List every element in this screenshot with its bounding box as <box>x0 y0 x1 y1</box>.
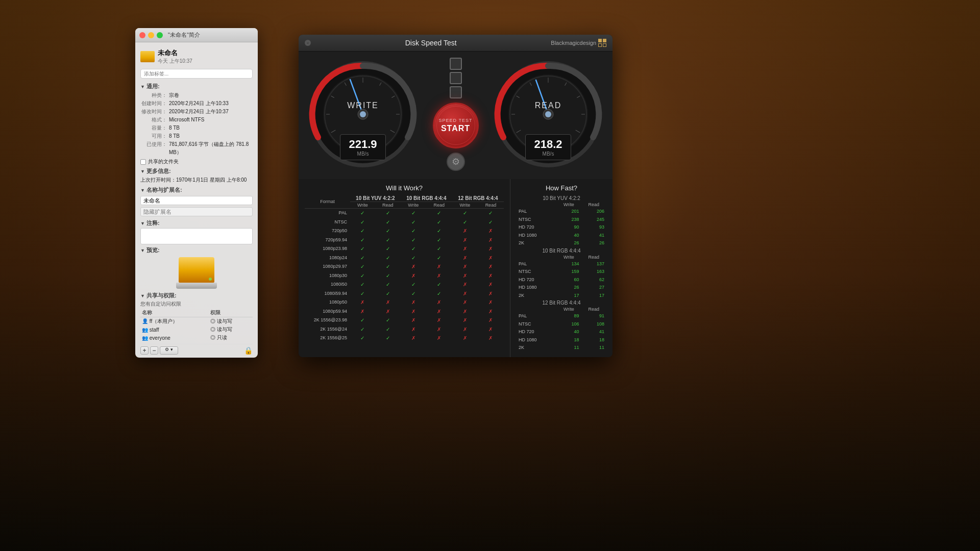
list-item: PAL 134 137 <box>517 260 606 268</box>
more-info-section-header: ▼ 更多信息: <box>140 167 253 175</box>
gauge-area: WRITE 221.9 MB/s SPEED TEST START ⚙ <box>299 52 612 179</box>
info-titlebar: "未命名"简介 <box>135 28 258 42</box>
list-item: NTSC 159 163 <box>517 268 606 276</box>
list-item: HD 720 40 41 <box>517 328 606 336</box>
table-row: 1080p24 ✓ ✓ ✓ ✓ ✗ ✗ <box>305 254 504 263</box>
perm-row-ff: 👤 ff（本用户） ◎ 读与写 <box>140 317 253 326</box>
write-sub-header-3: Write <box>452 202 478 209</box>
hf-read-header-1: Read <box>581 202 606 208</box>
start-button[interactable]: SPEED TEST START <box>433 103 479 148</box>
info-row-capacity: 容量：8 TB <box>140 124 253 132</box>
how-fast-table: 10 Bit YUV 4:2:2 Write Read PAL 201 206 … <box>517 195 606 352</box>
minimize-button[interactable] <box>148 32 154 38</box>
perm-gear-button[interactable]: ⚙ ▾ <box>160 346 178 355</box>
write-value-box: 221.9 MB/s <box>340 134 386 160</box>
write-label: WRITE <box>347 101 379 110</box>
table-row: 720p59.94 ✓ ✓ ✓ ✓ ✗ ✗ <box>305 236 504 245</box>
hf-group-rgb444-12: 12 Bit RGB 4:4:4 <box>517 299 606 306</box>
info-row-modified: 修改时间：2020年2月24日 上午10:37 <box>140 108 253 116</box>
dst-logo: Blackmagicdesign <box>551 39 606 47</box>
will-it-work-table: Format 10 Bit YUV 4:2:2 10 Bit RGB 4:4:4… <box>305 195 504 343</box>
table-row: 1080p23.98 ✓ ✓ ✓ ✓ ✗ ✗ <box>305 244 504 254</box>
comment-box[interactable] <box>140 228 253 244</box>
table-row: NTSC ✓ ✓ ✓ ✓ ✓ ✓ <box>305 218 504 227</box>
remove-perm-button[interactable]: − <box>150 346 158 355</box>
perm-row-everyone: 👥 everyone ◎ 只读 <box>140 334 253 342</box>
write-sub-header-1: Write <box>350 202 375 209</box>
format-square-2[interactable] <box>450 72 462 84</box>
access-text: 您有自定访问权限 <box>140 300 253 308</box>
read-sub-header-3: Read <box>478 202 504 209</box>
svg-point-31 <box>545 111 551 117</box>
format-col-header: Format <box>305 195 350 209</box>
hf-write-header-2: Write <box>556 254 581 260</box>
info-row-format: 格式：Microsoft NTFS <box>140 116 253 124</box>
ext-input[interactable] <box>140 207 253 216</box>
settings-gear-icon[interactable]: ⚙ <box>447 153 465 171</box>
dst-titlebar: × Disk Speed Test Blackmagicdesign <box>299 35 612 52</box>
traffic-lights <box>139 32 163 38</box>
how-fast-title: How Fast? <box>517 184 606 192</box>
list-item: NTSC 106 108 <box>517 320 606 329</box>
perms-footer: + − ⚙ ▾ 🔒 <box>140 344 253 355</box>
list-item: HD 1080 40 41 <box>517 232 606 240</box>
col-header-10bit422: 10 Bit YUV 4:2:2 <box>350 195 401 202</box>
info-row-kind: 种类：宗卷 <box>140 91 253 99</box>
dst-window: × Disk Speed Test Blackmagicdesign <box>299 35 612 357</box>
list-item: 2K 17 17 <box>517 292 606 300</box>
zoom-button[interactable] <box>157 32 163 38</box>
table-row: 2K 1556@24 ✓ ✓ ✗ ✗ ✗ ✗ <box>305 325 504 334</box>
comment-section-header: ▼ 注释: <box>140 219 253 227</box>
write-value: 221.9 <box>348 138 378 151</box>
dst-close-button[interactable]: × <box>305 40 311 46</box>
read-unit: MB/s <box>533 151 564 157</box>
list-item: HD 720 90 93 <box>517 223 606 232</box>
svg-point-15 <box>360 111 366 117</box>
center-controls: SPEED TEST START ⚙ <box>433 58 479 171</box>
name-input[interactable] <box>140 196 253 205</box>
info-window: "未命名"简介 未命名 今天 上午10:37 ▼ 通用: 种类：宗卷 创建时间：… <box>135 28 258 358</box>
write-unit: MB/s <box>348 151 378 157</box>
read-gauge: READ 218.2 MB/s <box>492 58 604 170</box>
table-row: 2K 1556@23.98 ✓ ✓ ✗ ✗ ✗ ✗ <box>305 316 504 325</box>
table-row: 1080i50 ✓ ✓ ✓ ✓ ✗ ✗ <box>305 280 504 289</box>
hf-write-header-1: Write <box>556 202 581 208</box>
last-opened-row: 上次打开时间：1970年1月1日 星期四 上午8:00 <box>140 176 253 184</box>
list-item: 2K 26 26 <box>517 239 606 247</box>
list-item: HD 720 60 62 <box>517 276 606 284</box>
permissions-table: 名称 权限 👤 ff（本用户） ◎ 读与写 👥 staff ◎ 读与写 👥 ev… <box>140 309 253 342</box>
perm-row-staff: 👥 staff ◎ 读与写 <box>140 325 253 334</box>
list-item: PAL 201 206 <box>517 208 606 216</box>
table-row: 1080i59.94 ✓ ✓ ✓ ✓ ✗ ✗ <box>305 289 504 298</box>
format-square-3[interactable] <box>450 86 462 98</box>
info-body: 未命名 今天 上午10:37 ▼ 通用: 种类：宗卷 创建时间：2020年2月2… <box>135 42 258 358</box>
modified-date: 今天 上午10:37 <box>158 58 192 65</box>
shared-folder-checkbox-row: 共享的文件夹 <box>140 158 253 165</box>
close-button[interactable] <box>139 32 145 38</box>
table-row: 720p50 ✓ ✓ ✓ ✓ ✗ ✗ <box>305 227 504 236</box>
how-fast-section: How Fast? 10 Bit YUV 4:2:2 Write Read PA… <box>510 179 612 357</box>
preview-section-header: ▼ 预览: <box>140 246 253 254</box>
lock-icon[interactable]: 🔒 <box>244 346 253 355</box>
read-label: READ <box>535 101 561 110</box>
hf-read-header-3: Read <box>581 306 606 312</box>
col-header-10bit444: 10 Bit RGB 4:4:4 <box>401 195 452 202</box>
tag-input[interactable] <box>140 69 253 79</box>
general-section-header: ▼ 通用: <box>140 83 253 90</box>
table-row: 1080p50 ✗ ✗ ✗ ✗ ✗ ✗ <box>305 298 504 307</box>
info-row-available: 可用：8 TB <box>140 132 253 140</box>
write-gauge: WRITE 221.9 MB/s <box>307 58 419 170</box>
list-item: 2K 11 11 <box>517 344 606 352</box>
format-square-1[interactable] <box>450 58 462 70</box>
shared-folder-checkbox[interactable] <box>140 159 146 165</box>
dst-title: Disk Speed Test <box>405 39 457 47</box>
name-ext-section-header: ▼ 名称与扩展名: <box>140 186 253 194</box>
add-perm-button[interactable]: + <box>140 346 149 355</box>
perms-buttons: + − ⚙ ▾ <box>140 346 178 355</box>
info-row-created: 创建时间：2020年2月24日 上午10:33 <box>140 99 253 108</box>
hf-group-rgb444-10: 10 Bit RGB 4:4:4 <box>517 247 606 254</box>
list-item: HD 1080 18 18 <box>517 336 606 344</box>
preview-drive-icon <box>179 257 214 288</box>
hf-group-yuv422: 10 Bit YUV 4:2:2 <box>517 195 606 202</box>
table-row: 1080p59.94 ✗ ✗ ✗ ✗ ✗ ✗ <box>305 307 504 316</box>
